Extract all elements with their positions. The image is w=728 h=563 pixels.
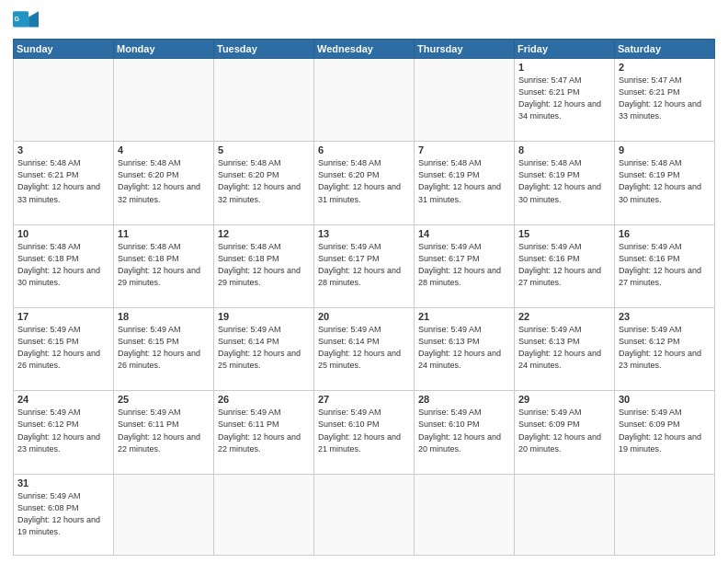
day-number: 9: [619, 144, 711, 155]
day-info: Sunrise: 5:49 AM Sunset: 6:11 PM Dayligh…: [118, 407, 210, 454]
day-cell: 29Sunrise: 5:49 AM Sunset: 6:09 PM Dayli…: [515, 391, 615, 474]
day-cell: 28Sunrise: 5:49 AM Sunset: 6:10 PM Dayli…: [415, 391, 515, 474]
day-info: Sunrise: 5:49 AM Sunset: 6:10 PM Dayligh…: [318, 407, 410, 454]
day-cell: [214, 59, 314, 142]
day-info: Sunrise: 5:48 AM Sunset: 6:19 PM Dayligh…: [418, 157, 510, 205]
day-number: 23: [619, 311, 711, 322]
day-cell: 22Sunrise: 5:49 AM Sunset: 6:13 PM Dayli…: [515, 308, 615, 391]
day-cell: [415, 474, 515, 555]
day-number: 10: [17, 228, 109, 239]
day-number: 17: [17, 311, 109, 322]
day-number: 1: [518, 62, 610, 73]
day-cell: 2Sunrise: 5:47 AM Sunset: 6:21 PM Daylig…: [615, 59, 715, 142]
day-info: Sunrise: 5:48 AM Sunset: 6:18 PM Dayligh…: [218, 241, 310, 289]
day-info: Sunrise: 5:49 AM Sunset: 6:14 PM Dayligh…: [218, 324, 310, 372]
day-number: 25: [118, 394, 210, 405]
day-number: 5: [218, 144, 310, 155]
day-number: 15: [518, 228, 610, 239]
day-info: Sunrise: 5:48 AM Sunset: 6:19 PM Dayligh…: [518, 157, 610, 205]
day-info: Sunrise: 5:49 AM Sunset: 6:08 PM Dayligh…: [17, 490, 109, 538]
day-cell: 3Sunrise: 5:48 AM Sunset: 6:21 PM Daylig…: [14, 142, 114, 224]
day-info: Sunrise: 5:49 AM Sunset: 6:17 PM Dayligh…: [318, 241, 410, 289]
day-info: Sunrise: 5:48 AM Sunset: 6:20 PM Dayligh…: [218, 157, 310, 205]
day-cell: 15Sunrise: 5:49 AM Sunset: 6:16 PM Dayli…: [515, 224, 615, 307]
day-cell: 11Sunrise: 5:48 AM Sunset: 6:18 PM Dayli…: [114, 224, 214, 307]
day-info: Sunrise: 5:48 AM Sunset: 6:21 PM Dayligh…: [17, 157, 109, 205]
day-number: 21: [418, 311, 510, 322]
day-info: Sunrise: 5:49 AM Sunset: 6:10 PM Dayligh…: [418, 407, 510, 454]
day-number: 24: [17, 394, 109, 405]
day-info: Sunrise: 5:49 AM Sunset: 6:13 PM Dayligh…: [518, 324, 610, 372]
day-number: 22: [518, 311, 610, 322]
day-cell: 18Sunrise: 5:49 AM Sunset: 6:15 PM Dayli…: [114, 308, 214, 391]
page: G SundayMondayTuesdayWednesdayThursdayFr…: [0, 0, 728, 563]
day-cell: 6Sunrise: 5:48 AM Sunset: 6:20 PM Daylig…: [314, 142, 415, 224]
day-cell: [214, 474, 314, 555]
week-row-1: 3Sunrise: 5:48 AM Sunset: 6:21 PM Daylig…: [14, 142, 715, 224]
day-number: 14: [418, 228, 510, 239]
day-cell: [415, 59, 515, 142]
day-info: Sunrise: 5:49 AM Sunset: 6:14 PM Dayligh…: [318, 324, 410, 372]
logo: G: [13, 11, 42, 33]
day-header-friday: Friday: [515, 40, 615, 59]
day-number: 13: [318, 228, 410, 239]
day-cell: 23Sunrise: 5:49 AM Sunset: 6:12 PM Dayli…: [615, 308, 715, 391]
day-header-sunday: Sunday: [14, 40, 114, 59]
svg-marker-1: [28, 11, 39, 27]
day-cell: 24Sunrise: 5:49 AM Sunset: 6:12 PM Dayli…: [14, 391, 114, 474]
day-number: 3: [17, 144, 109, 155]
day-info: Sunrise: 5:49 AM Sunset: 6:12 PM Dayligh…: [619, 324, 711, 372]
week-row-0: 1Sunrise: 5:47 AM Sunset: 6:21 PM Daylig…: [14, 59, 715, 142]
day-cell: [14, 59, 114, 142]
week-row-5: 31Sunrise: 5:49 AM Sunset: 6:08 PM Dayli…: [14, 474, 715, 555]
day-number: 4: [118, 144, 210, 155]
week-row-3: 17Sunrise: 5:49 AM Sunset: 6:15 PM Dayli…: [14, 308, 715, 391]
day-info: Sunrise: 5:47 AM Sunset: 6:21 PM Dayligh…: [619, 75, 711, 122]
day-info: Sunrise: 5:49 AM Sunset: 6:15 PM Dayligh…: [17, 324, 109, 372]
day-info: Sunrise: 5:49 AM Sunset: 6:17 PM Dayligh…: [418, 241, 510, 289]
day-info: Sunrise: 5:47 AM Sunset: 6:21 PM Dayligh…: [518, 75, 610, 122]
day-number: 16: [619, 228, 711, 239]
day-cell: 9Sunrise: 5:48 AM Sunset: 6:19 PM Daylig…: [615, 142, 715, 224]
day-number: 31: [17, 477, 109, 488]
day-info: Sunrise: 5:48 AM Sunset: 6:19 PM Dayligh…: [619, 157, 711, 205]
calendar-table: SundayMondayTuesdayWednesdayThursdayFrid…: [13, 39, 715, 556]
day-info: Sunrise: 5:49 AM Sunset: 6:15 PM Dayligh…: [118, 324, 210, 372]
week-row-2: 10Sunrise: 5:48 AM Sunset: 6:18 PM Dayli…: [14, 224, 715, 307]
logo-icon: G: [13, 11, 39, 33]
day-number: 2: [619, 62, 711, 73]
day-cell: [114, 59, 214, 142]
day-info: Sunrise: 5:49 AM Sunset: 6:16 PM Dayligh…: [619, 241, 711, 289]
day-number: 28: [418, 394, 510, 405]
day-cell: [615, 474, 715, 555]
day-number: 11: [118, 228, 210, 239]
day-cell: 27Sunrise: 5:49 AM Sunset: 6:10 PM Dayli…: [314, 391, 415, 474]
day-header-wednesday: Wednesday: [314, 40, 415, 59]
day-cell: 21Sunrise: 5:49 AM Sunset: 6:13 PM Dayli…: [415, 308, 515, 391]
day-cell: 19Sunrise: 5:49 AM Sunset: 6:14 PM Dayli…: [214, 308, 314, 391]
day-number: 26: [218, 394, 310, 405]
day-cell: 12Sunrise: 5:48 AM Sunset: 6:18 PM Dayli…: [214, 224, 314, 307]
day-cell: 14Sunrise: 5:49 AM Sunset: 6:17 PM Dayli…: [415, 224, 515, 307]
day-cell: [114, 474, 214, 555]
day-number: 18: [118, 311, 210, 322]
day-cell: 17Sunrise: 5:49 AM Sunset: 6:15 PM Dayli…: [14, 308, 114, 391]
week-row-4: 24Sunrise: 5:49 AM Sunset: 6:12 PM Dayli…: [14, 391, 715, 474]
day-info: Sunrise: 5:48 AM Sunset: 6:20 PM Dayligh…: [118, 157, 210, 205]
day-cell: 4Sunrise: 5:48 AM Sunset: 6:20 PM Daylig…: [114, 142, 214, 224]
day-header-monday: Monday: [114, 40, 214, 59]
day-info: Sunrise: 5:48 AM Sunset: 6:18 PM Dayligh…: [17, 241, 109, 289]
day-header-saturday: Saturday: [615, 40, 715, 59]
day-number: 19: [218, 311, 310, 322]
day-cell: 16Sunrise: 5:49 AM Sunset: 6:16 PM Dayli…: [615, 224, 715, 307]
day-number: 6: [318, 144, 410, 155]
day-cell: [515, 474, 615, 555]
day-cell: 10Sunrise: 5:48 AM Sunset: 6:18 PM Dayli…: [14, 224, 114, 307]
day-cell: 1Sunrise: 5:47 AM Sunset: 6:21 PM Daylig…: [515, 59, 615, 142]
day-cell: 25Sunrise: 5:49 AM Sunset: 6:11 PM Dayli…: [114, 391, 214, 474]
day-cell: 13Sunrise: 5:49 AM Sunset: 6:17 PM Dayli…: [314, 224, 415, 307]
header: G: [13, 11, 715, 33]
day-info: Sunrise: 5:49 AM Sunset: 6:12 PM Dayligh…: [17, 407, 109, 454]
day-cell: 5Sunrise: 5:48 AM Sunset: 6:20 PM Daylig…: [214, 142, 314, 224]
day-cell: 30Sunrise: 5:49 AM Sunset: 6:09 PM Dayli…: [615, 391, 715, 474]
